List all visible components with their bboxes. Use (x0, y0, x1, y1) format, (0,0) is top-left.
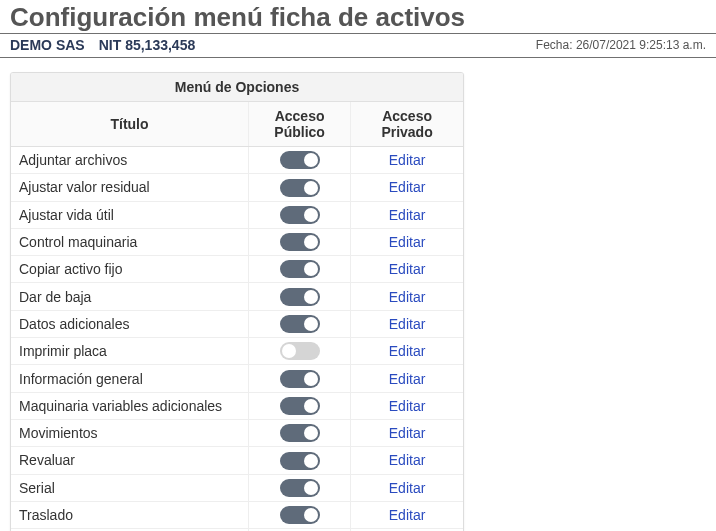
row-public-cell (249, 283, 351, 310)
row-public-cell (249, 338, 351, 365)
nit: NIT 85,133,458 (99, 37, 196, 53)
edit-link[interactable]: Editar (389, 398, 426, 414)
row-private-cell: Editar (351, 501, 463, 528)
row-public-cell (249, 501, 351, 528)
public-access-toggle[interactable] (280, 452, 320, 470)
edit-link[interactable]: Editar (389, 507, 426, 523)
table-row: Adjuntar archivosEditar (11, 147, 463, 174)
row-public-cell (249, 228, 351, 255)
edit-link[interactable]: Editar (389, 371, 426, 387)
nit-label: NIT (99, 37, 122, 53)
row-title: Maquinaria variables adicionales (11, 392, 249, 419)
table-row: Ajustar valor residualEditar (11, 174, 463, 201)
row-private-cell: Editar (351, 147, 463, 174)
row-title: Imprimir placa (11, 338, 249, 365)
row-public-cell (249, 447, 351, 474)
edit-link[interactable]: Editar (389, 152, 426, 168)
public-access-toggle[interactable] (280, 479, 320, 497)
row-public-cell (249, 310, 351, 337)
header-bar: DEMO SAS NIT 85,133,458 Fecha: 26/07/202… (0, 33, 716, 58)
public-access-toggle[interactable] (280, 151, 320, 169)
edit-link[interactable]: Editar (389, 452, 426, 468)
public-access-toggle[interactable] (280, 370, 320, 388)
row-title: Movimientos (11, 419, 249, 446)
row-title: Control maquinaria (11, 228, 249, 255)
table-row: Control maquinariaEditar (11, 228, 463, 255)
table-row: SerialEditar (11, 474, 463, 501)
row-title: Información general (11, 365, 249, 392)
table-group-header: Menú de Opciones (11, 73, 463, 102)
row-private-cell: Editar (351, 419, 463, 446)
table-row: MovimientosEditar (11, 419, 463, 446)
row-public-cell (249, 147, 351, 174)
row-private-cell: Editar (351, 338, 463, 365)
row-title: Ajustar valor residual (11, 174, 249, 201)
table-row: Maquinaria variables adicionalesEditar (11, 392, 463, 419)
edit-link[interactable]: Editar (389, 207, 426, 223)
row-title: Adjuntar archivos (11, 147, 249, 174)
public-access-toggle[interactable] (280, 342, 320, 360)
row-title: Traslado (11, 501, 249, 528)
row-private-cell: Editar (351, 310, 463, 337)
public-access-toggle[interactable] (280, 397, 320, 415)
row-private-cell: Editar (351, 283, 463, 310)
date-label: Fecha: (536, 38, 573, 52)
row-public-cell (249, 365, 351, 392)
public-access-toggle[interactable] (280, 315, 320, 333)
row-public-cell (249, 256, 351, 283)
row-public-cell (249, 474, 351, 501)
row-title: Serial (11, 474, 249, 501)
public-access-toggle[interactable] (280, 260, 320, 278)
table-row: Ajustar vida útilEditar (11, 201, 463, 228)
edit-link[interactable]: Editar (389, 425, 426, 441)
page-title: Configuración menú ficha de activos (10, 2, 706, 33)
company-name: DEMO SAS (10, 37, 85, 53)
table-row: Información generalEditar (11, 365, 463, 392)
table-row: Copiar activo fijoEditar (11, 256, 463, 283)
table-row: TrasladoEditar (11, 501, 463, 528)
row-title: Copiar activo fijo (11, 256, 249, 283)
edit-link[interactable]: Editar (389, 289, 426, 305)
row-private-cell: Editar (351, 256, 463, 283)
edit-link[interactable]: Editar (389, 343, 426, 359)
row-private-cell: Editar (351, 228, 463, 255)
col-header-public: Acceso Público (249, 102, 351, 147)
row-title: Revaluar (11, 447, 249, 474)
row-public-cell (249, 174, 351, 201)
public-access-toggle[interactable] (280, 206, 320, 224)
row-title: Ajustar vida útil (11, 201, 249, 228)
edit-link[interactable]: Editar (389, 316, 426, 332)
public-access-toggle[interactable] (280, 233, 320, 251)
table-row: Datos adicionalesEditar (11, 310, 463, 337)
row-title: Datos adicionales (11, 310, 249, 337)
edit-link[interactable]: Editar (389, 480, 426, 496)
edit-link[interactable]: Editar (389, 179, 426, 195)
row-private-cell: Editar (351, 447, 463, 474)
row-private-cell: Editar (351, 365, 463, 392)
row-private-cell: Editar (351, 392, 463, 419)
date-value: 26/07/2021 9:25:13 a.m. (576, 38, 706, 52)
row-public-cell (249, 419, 351, 446)
table-row: Dar de bajaEditar (11, 283, 463, 310)
row-public-cell (249, 392, 351, 419)
row-title: Dar de baja (11, 283, 249, 310)
header-date: Fecha: 26/07/2021 9:25:13 a.m. (536, 38, 706, 52)
col-header-private: Acceso Privado (351, 102, 463, 147)
public-access-toggle[interactable] (280, 506, 320, 524)
public-access-toggle[interactable] (280, 179, 320, 197)
options-table-card: Menú de Opciones Título Acceso Público A… (10, 72, 464, 531)
public-access-toggle[interactable] (280, 424, 320, 442)
table-row: Imprimir placaEditar (11, 338, 463, 365)
edit-link[interactable]: Editar (389, 261, 426, 277)
table-row: RevaluarEditar (11, 447, 463, 474)
public-access-toggle[interactable] (280, 288, 320, 306)
nit-value: 85,133,458 (125, 37, 195, 53)
row-private-cell: Editar (351, 201, 463, 228)
row-public-cell (249, 201, 351, 228)
row-private-cell: Editar (351, 174, 463, 201)
options-table: Menú de Opciones Título Acceso Público A… (11, 73, 463, 531)
row-private-cell: Editar (351, 474, 463, 501)
col-header-title: Título (11, 102, 249, 147)
edit-link[interactable]: Editar (389, 234, 426, 250)
